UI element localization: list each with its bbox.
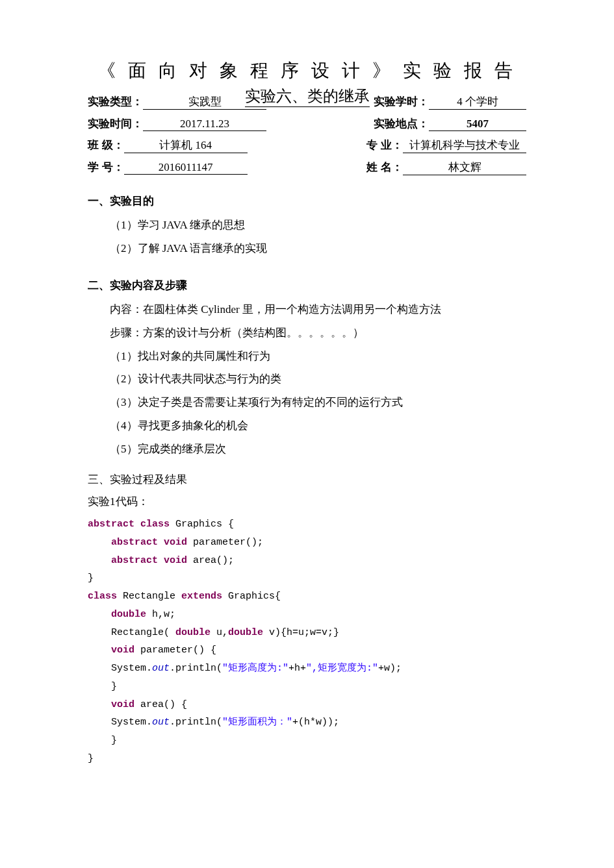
s3-label: 实验1代码： <box>88 491 526 513</box>
section-3-title: 三、实验过程及结果 <box>88 472 526 487</box>
document-page: 《 面 向 对 象 程 序 设 计 》 实 验 报 告 实验六、类的继承 课程代… <box>0 0 614 868</box>
s2-steps-intro: 步骤：方案的设计与分析（类结构图。。。。。。） <box>110 321 526 345</box>
s1-item-2: （2）了解 JAVA 语言继承的实现 <box>110 237 526 260</box>
report-title: 《 面 向 对 象 程 序 设 计 》 实 验 报 告 <box>88 58 526 83</box>
info-row-sid: 学 号：2016011147 姓 名：林文辉 <box>88 160 526 175</box>
s2-step-2: （2）设计代表共同状态与行为的类 <box>110 367 526 391</box>
s2-content: 内容：在圆柱体类 Cylinder 里，用一个构造方法调用另一个构造方法 <box>110 298 526 321</box>
s2-step-3: （3）决定子类是否需要让某项行为有特定的不同的运行方式 <box>110 391 526 414</box>
section-2-title: 二、实验内容及步骤 <box>88 278 526 293</box>
s1-item-1: （1）学习 JAVA 继承的思想 <box>110 214 526 237</box>
section-1-title: 一、实验目的 <box>88 193 526 208</box>
s2-step-5: （5）完成类的继承层次 <box>110 438 526 461</box>
s2-step-4: （4）寻找更多抽象化的机会 <box>110 414 526 438</box>
code-block: abstract class Graphics { abstract void … <box>88 515 526 768</box>
info-row-class: 班 级：计算机 164 专 业：计算机科学与技术专业 <box>88 138 526 153</box>
info-row-time: 实验时间：2017.11.23 实验地点：5407 <box>88 116 526 131</box>
s2-step-1: （1）找出对象的共同属性和行为 <box>110 345 526 368</box>
